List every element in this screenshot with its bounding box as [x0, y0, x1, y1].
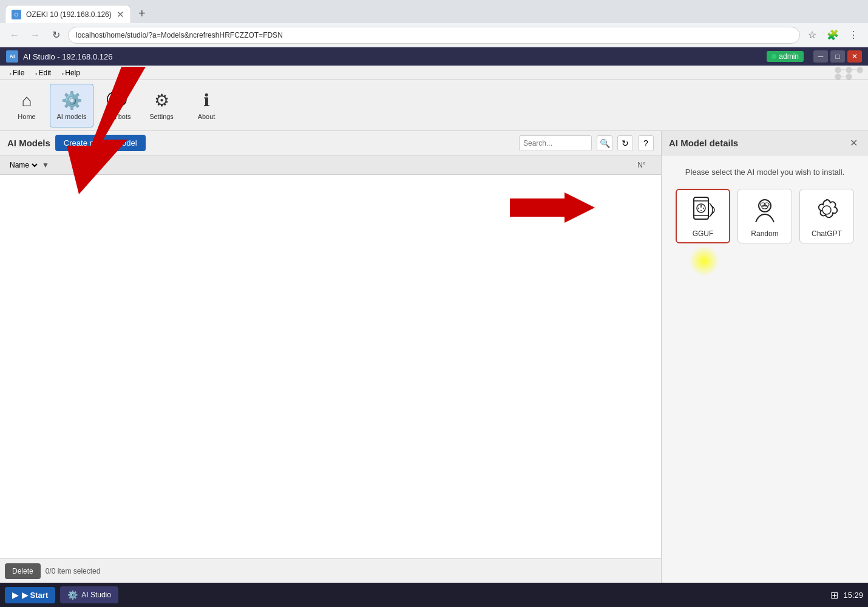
taskbar-app-btn[interactable]: ⚙️ AI Studio [60, 586, 118, 603]
right-panel-body: Please select the AI model you wish to i… [662, 155, 868, 583]
taskbar-app-icon: ⚙️ [67, 590, 78, 600]
new-tab-btn[interactable]: + [134, 5, 151, 22]
toolbar: ⌂ Home ⚙️ AI models 💬 Chat bots ⚙ Settin… [0, 80, 868, 131]
refresh-button[interactable]: ↻ [617, 135, 633, 151]
address-bar[interactable]: localhost/home/studio/?a=Models&ncrefres… [68, 27, 800, 44]
tab-favicon: O [12, 10, 21, 19]
right-panel-title: AI Model details [669, 138, 738, 148]
table-header: Name ▼ N° [0, 155, 661, 175]
extensions-btn[interactable]: 🧩 [824, 27, 841, 44]
col-name-select[interactable]: Name [7, 160, 39, 170]
right-panel-header: AI Model details ✕ [662, 131, 868, 155]
svg-point-11 [764, 203, 769, 206]
svg-marker-8 [700, 205, 702, 208]
toolbar-chat-bots-btn[interactable]: 💬 Chat bots [95, 84, 138, 127]
win-close-btn[interactable]: ✕ [847, 50, 862, 63]
status-text: 0/0 item selected [46, 567, 101, 575]
app-title-text: AI Studio - 192.168.0.126 [23, 52, 767, 61]
model-options-container: GGUF [676, 189, 854, 243]
col-name-header: Name ▼ [7, 160, 49, 170]
toolbar-ai-models-btn[interactable]: ⚙️ AI models [50, 84, 93, 127]
delete-btn[interactable]: Delete [5, 563, 41, 579]
nav-reload-btn[interactable]: ↻ [47, 27, 64, 44]
left-panel: AI Models Create new AI Model 🔍 ↻ ? Name [0, 131, 662, 583]
close-right-panel-btn[interactable]: ✕ [846, 136, 861, 151]
start-label: ▶ Start [22, 591, 48, 600]
taskbar-time: 15:29 [843, 591, 863, 600]
model-option-random[interactable]: Random [737, 189, 792, 243]
ai-models-label: AI models [57, 113, 87, 120]
about-label: About [198, 113, 215, 120]
menu-file[interactable]: File [5, 67, 29, 78]
toolbar-settings-btn[interactable]: ⚙ Settings [140, 84, 183, 127]
chatgpt-icon [811, 194, 843, 226]
start-icon: ▶ [12, 591, 18, 600]
right-panel: AI Model details ✕ Please select the AI … [662, 131, 868, 583]
tab-title: OZEKI 10 (192.168.0.126) [26, 10, 112, 19]
panel-header: AI Models Create new AI Model 🔍 ↻ ? [0, 131, 661, 155]
settings-label: Settings [149, 113, 174, 120]
chatgpt-label: ChatGPT [812, 229, 842, 238]
settings-icon: ⚙ [154, 90, 169, 110]
win-minimize-btn[interactable]: ─ [813, 50, 828, 63]
search-input[interactable] [519, 135, 592, 151]
home-label: Home [18, 113, 35, 120]
chat-bots-label: Chat bots [102, 113, 131, 120]
table-body [0, 175, 661, 558]
status-bar: Delete 0/0 item selected [0, 558, 661, 583]
start-btn[interactable]: ▶ ▶ Start [5, 587, 55, 603]
toolbar-home-btn[interactable]: ⌂ Home [5, 84, 49, 127]
chat-bots-icon: 💬 [106, 90, 127, 110]
create-new-ai-model-btn[interactable]: Create new AI Model [55, 135, 146, 151]
gguf-label: GGUF [693, 229, 714, 238]
about-icon: ℹ [203, 90, 210, 110]
svg-point-13 [822, 206, 831, 214]
bookmark-btn[interactable]: ☆ [804, 27, 821, 44]
nav-forward-btn[interactable]: → [27, 27, 44, 44]
model-option-gguf[interactable]: GGUF [676, 189, 730, 243]
help-button[interactable]: ? [638, 135, 654, 151]
panel-title: AI Models [7, 138, 50, 148]
menu-bar: File Edit Help ⬤─⬤─⬤⬤─⬤ [0, 66, 868, 80]
model-option-chatgpt[interactable]: ChatGPT [799, 189, 854, 243]
browser-menu-btn[interactable]: ⋮ [845, 27, 862, 44]
gguf-icon [687, 194, 719, 226]
browser-tab[interactable]: O OZEKI 10 (192.168.0.126) ✕ [5, 5, 131, 23]
admin-label: admin [779, 52, 799, 61]
home-icon: ⌂ [22, 91, 32, 110]
taskbar: ▶ ▶ Start ⚙️ AI Studio ⊞ 15:29 [0, 583, 868, 607]
ai-models-icon: ⚙️ [61, 90, 83, 110]
nav-back-btn[interactable]: ← [6, 27, 23, 44]
taskbar-app-label: AI Studio [81, 591, 111, 599]
menu-help[interactable]: Help [57, 67, 85, 78]
toolbar-about-btn[interactable]: ℹ About [185, 84, 228, 127]
right-panel-description: Please select the AI model you wish to i… [685, 168, 844, 177]
random-label: Random [751, 229, 778, 238]
col-number-header: N° [629, 161, 654, 169]
tab-close-btn[interactable]: ✕ [117, 9, 124, 20]
app-title-icon: AI [6, 50, 18, 63]
menu-edit[interactable]: Edit [30, 67, 56, 78]
admin-dot [771, 54, 776, 59]
taskbar-grid-icon: ⊞ [830, 589, 838, 601]
random-icon [749, 194, 781, 226]
search-button[interactable]: 🔍 [597, 135, 612, 151]
address-text: localhost/home/studio/?a=Models&ncrefres… [76, 31, 283, 39]
app-titlebar: AI AI Studio - 192.168.0.126 admin ─ □ ✕ [0, 47, 868, 66]
win-maximize-btn[interactable]: □ [830, 50, 845, 63]
admin-badge: admin [767, 51, 804, 62]
yellow-highlight [689, 246, 719, 276]
